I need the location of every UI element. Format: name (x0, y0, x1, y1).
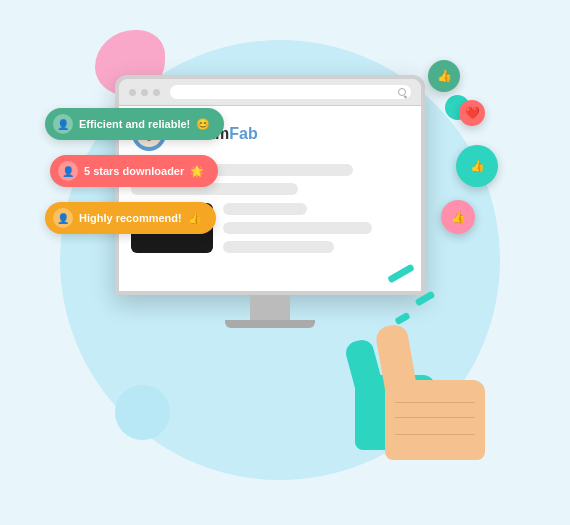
social-thumbs-teal: 👍 (456, 145, 498, 187)
review-emoji-1: 😊 (196, 118, 210, 131)
finger-line-1 (395, 434, 475, 436)
review-text-3: Highly recommend! (79, 212, 182, 224)
social-thumbs-pink: 👍 (441, 200, 475, 234)
search-icon (398, 88, 406, 96)
user-icon-3: 👤 (53, 208, 73, 228)
finger-line-2 (395, 417, 475, 419)
review-emoji-2: 🌟 (190, 165, 204, 178)
review-badge-recommend: 👤 Highly recommend! 👍 (45, 202, 216, 234)
review-text-2: 5 stars downloader (84, 165, 184, 177)
review-badge-efficient: 👤 Efficient and reliable! 😊 (45, 108, 224, 140)
review-emoji-3: 👍 (188, 212, 202, 225)
browser-dot-3 (153, 89, 160, 96)
scene: StreamFab YouTube MOVIES (0, 0, 570, 525)
placeholder-row-1 (223, 203, 307, 215)
finger-line-3 (395, 402, 475, 404)
skin-thumb-fist (385, 380, 485, 460)
monitor-stand-neck (250, 295, 290, 320)
thumbs-up-container (330, 280, 490, 470)
placeholder-row-2 (223, 222, 372, 234)
skin-thumb (380, 300, 490, 460)
review-badge-stars: 👤 5 stars downloader 🌟 (50, 155, 218, 187)
monitor-stand-base (225, 320, 315, 328)
user-icon-1: 👤 (53, 114, 73, 134)
review-text-1: Efficient and reliable! (79, 118, 190, 130)
social-heart: ❤️ (459, 100, 485, 126)
browser-dot-1 (129, 89, 136, 96)
browser-bar (119, 79, 421, 106)
browser-search-bar[interactable] (170, 85, 411, 99)
content-placeholder (223, 203, 409, 253)
social-like-top: 👍 (428, 60, 460, 92)
browser-dot-2 (141, 89, 148, 96)
placeholder-row-3 (223, 241, 335, 253)
user-icon-2: 👤 (58, 161, 78, 181)
bottom-blob (115, 385, 170, 440)
